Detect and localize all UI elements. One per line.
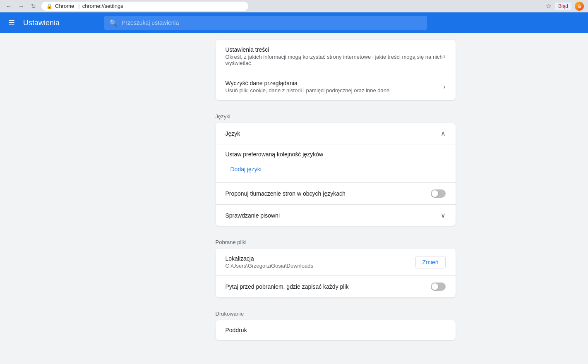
privacy-section-card: Ustawienia treści Określ, z jakich infor… — [216, 40, 456, 100]
print-content: Poddruk — [226, 327, 446, 333]
spell-check-chevron: ∨ — [441, 211, 446, 219]
clear-data-chevron: › — [443, 83, 445, 91]
ask-download-row: Pytaj przed pobraniem, gdzie zapisać każ… — [216, 276, 456, 297]
change-location-button[interactable]: Zmień — [415, 256, 446, 268]
spell-check-row[interactable]: Sprawdzanie pisowni ∨ — [216, 204, 456, 226]
ask-download-toggle[interactable] — [431, 283, 446, 291]
back-button[interactable]: ← — [4, 2, 13, 11]
url-text: chrome://settings — [82, 3, 123, 9]
menu-icon[interactable]: ☰ — [7, 17, 17, 29]
translate-toggle[interactable] — [431, 189, 446, 198]
translate-row: Proponuj tłumaczenie stron w obcych języ… — [216, 182, 456, 204]
languages-card: Język ∧ Ustaw preferowaną kolejność języ… — [216, 123, 456, 226]
content-settings-row[interactable]: Ustawienia treści Określ, z jakich infor… — [216, 40, 456, 73]
clear-data-row[interactable]: Wyczyść dane przeglądania Usuń pliki coo… — [216, 73, 456, 100]
print-section-label: Drukowanie — [216, 304, 456, 320]
location-content: Lokalizacja C:\Users\GrzegorziGosia\Down… — [226, 255, 415, 269]
clear-data-desc: Usuń pliki cookie, dane z historii i pam… — [226, 87, 444, 93]
language-chevron-up: ∧ — [441, 129, 446, 137]
content-settings-title: Ustawienia treści — [226, 46, 444, 53]
forward-icon: → — [18, 3, 24, 10]
profile-avatar[interactable]: G — [575, 2, 584, 11]
clear-data-content: Wyczyść dane przeglądania Usuń pliki coo… — [226, 80, 444, 93]
content-settings-desc: Określ, z jakich informacji mogą korzyst… — [226, 54, 444, 66]
print-card: Poddruk — [216, 320, 456, 340]
spell-check-label: Sprawdzanie pisowni — [226, 212, 280, 219]
reload-button[interactable]: ↻ — [29, 2, 38, 11]
profile-initials: G — [578, 4, 581, 9]
search-input[interactable] — [122, 19, 422, 26]
settings-title: Ustawienia — [23, 19, 98, 27]
location-path: C:\Users\GrzegorziGosia\Downloads — [226, 263, 415, 269]
content-settings-chevron: › — [443, 53, 445, 60]
language-instruction: Ustaw preferowaną kolejność języków — [226, 151, 446, 158]
languages-section-label: Języki — [216, 107, 456, 123]
browser-chrome: ← → ↻ 🔒 Chrome | chrome://settings ☆ Błą… — [0, 0, 588, 12]
reload-icon: ↻ — [31, 3, 36, 10]
settings-header: ☰ Ustawienia 🔍 — [0, 12, 588, 33]
location-title: Lokalizacja — [226, 255, 415, 262]
secure-icon: 🔒 — [46, 3, 53, 9]
print-sub-label: Poddruk — [226, 327, 446, 333]
language-title: Język — [226, 130, 240, 137]
error-text: Błąd — [558, 3, 568, 9]
back-icon: ← — [6, 3, 12, 10]
search-icon: 🔍 — [109, 19, 118, 27]
content-settings-content: Ustawienia treści Określ, z jakich infor… — [226, 46, 444, 66]
bookmark-icon[interactable]: ☆ — [546, 2, 552, 10]
clear-data-title: Wyczyść dane przeglądania — [226, 80, 444, 86]
location-row: Lokalizacja C:\Users\GrzegorziGosia\Down… — [216, 249, 456, 276]
settings-content: Ustawienia treści Określ, z jakich infor… — [133, 33, 456, 347]
site-name: Chrome — [55, 3, 74, 9]
downloads-card: Lokalizacja C:\Users\GrzegorziGosia\Down… — [216, 249, 456, 297]
search-box[interactable]: 🔍 — [104, 16, 427, 30]
language-header-row[interactable]: Język ∧ — [216, 123, 456, 144]
error-badge: Błąd — [555, 2, 571, 10]
add-languages-link[interactable]: Dodaj języki — [226, 163, 266, 176]
address-bar[interactable]: 🔒 Chrome | chrome://settings — [41, 2, 248, 11]
forward-button[interactable]: → — [17, 2, 26, 11]
separator: | — [78, 3, 79, 9]
print-row[interactable]: Poddruk — [216, 320, 456, 340]
downloads-section-label: Pobrane pliki — [216, 232, 456, 249]
browser-right: ☆ Błąd G — [546, 2, 584, 11]
ask-download-label: Pytaj przed pobraniem, gdzie zapisać każ… — [226, 283, 349, 290]
translate-label: Proponuj tłumaczenie stron w obcych języ… — [226, 190, 346, 197]
language-body: Ustaw preferowaną kolejność języków Doda… — [216, 144, 456, 182]
